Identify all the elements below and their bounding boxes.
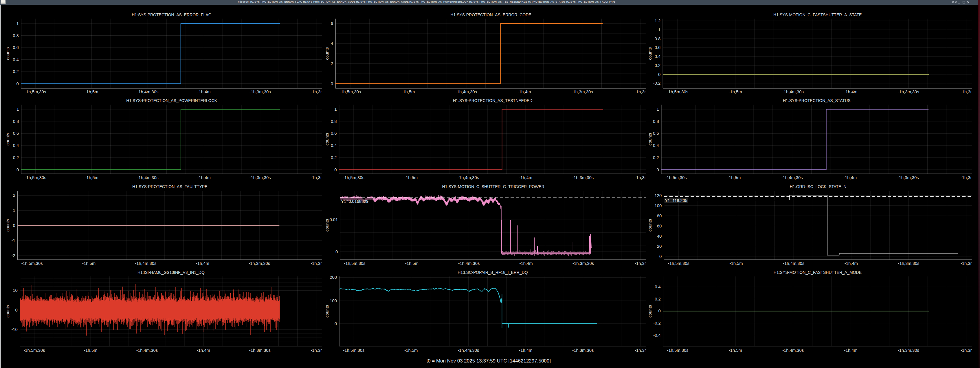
svg-text:-10: -10 xyxy=(11,327,18,332)
svg-text:0: 0 xyxy=(659,254,662,259)
svg-text:0.6: 0.6 xyxy=(13,131,19,136)
svg-text:-1h,3r: -1h,3r xyxy=(310,90,322,94)
svg-text:-1h,4m,30s: -1h,4m,30s xyxy=(782,90,804,94)
svg-text:H1:SYS-MOTION_C_FASTSHUTTER_A_: H1:SYS-MOTION_C_FASTSHUTTER_A_STATE xyxy=(773,13,862,17)
svg-text:H1:SYS-PROTECTION_AS_POWERINTE: H1:SYS-PROTECTION_AS_POWERINTERLOCK xyxy=(126,98,217,103)
svg-text:counts: counts xyxy=(325,47,329,60)
svg-text:H1:SYS-PROTECTION_AS_TESTNEEDE: H1:SYS-PROTECTION_AS_TESTNEEDED xyxy=(453,98,533,103)
svg-text:-1h,5m: -1h,5m xyxy=(729,348,742,353)
svg-text:H1:SYS-MOTION_C_SHUTTER_G_TRIG: H1:SYS-MOTION_C_SHUTTER_G_TRIGGER_POWER xyxy=(442,184,544,189)
svg-text:-1h,3m,30s: -1h,3m,30s xyxy=(249,348,270,353)
svg-text:80: 80 xyxy=(657,214,662,218)
svg-text:60: 60 xyxy=(657,224,662,228)
svg-text:0.4: 0.4 xyxy=(331,143,337,148)
svg-text:-1h,5m,30s: -1h,5m,30s xyxy=(343,348,364,353)
svg-text:-1h,5m: -1h,5m xyxy=(401,90,415,94)
svg-text:0.2: 0.2 xyxy=(653,155,659,160)
svg-text:6: 6 xyxy=(331,21,333,26)
svg-text:-1h,3r: -1h,3r xyxy=(635,348,646,353)
svg-text:-1h,5m: -1h,5m xyxy=(404,175,418,180)
svg-text:counts: counts xyxy=(325,219,329,232)
svg-text:0.2: 0.2 xyxy=(13,155,19,160)
svg-text:0.6: 0.6 xyxy=(13,45,19,50)
svg-text:-1h,4m,30s: -1h,4m,30s xyxy=(137,175,159,180)
svg-text:H1:SYS-MOTION_C_FASTSHUTTER_A_: H1:SYS-MOTION_C_FASTSHUTTER_A_MODE xyxy=(774,270,862,275)
svg-text:-1h,5m,30s: -1h,5m,30s xyxy=(665,175,687,180)
svg-text:4: 4 xyxy=(331,41,333,46)
svg-text:0: 0 xyxy=(331,82,333,86)
svg-text:H1:SYS-PROTECTION_AS_STATUS: H1:SYS-PROTECTION_AS_STATUS xyxy=(783,98,851,103)
svg-text:-1h,3m,30s: -1h,3m,30s xyxy=(898,261,919,266)
svg-text:counts: counts xyxy=(5,305,10,318)
svg-text:H1:ISI-HAM6_GS13INF_V3_IN1_DQ: H1:ISI-HAM6_GS13INF_V3_IN1_DQ xyxy=(137,270,205,275)
svg-text:-1h,4m: -1h,4m xyxy=(197,348,210,353)
svg-text:0: 0 xyxy=(658,72,660,77)
svg-text:100: 100 xyxy=(330,298,337,303)
svg-text:-1h,4m: -1h,4m xyxy=(196,261,209,266)
svg-text:-1h,4m,30s: -1h,4m,30s xyxy=(782,348,804,353)
svg-text:-1h,5m,30s: -1h,5m,30s xyxy=(24,348,45,353)
svg-text:-1h,4m,30s: -1h,4m,30s xyxy=(137,90,158,94)
svg-text:-0.2: -0.2 xyxy=(653,81,661,85)
svg-text:-1h,4m,30s: -1h,4m,30s xyxy=(783,261,804,266)
svg-text:0: 0 xyxy=(659,309,661,313)
svg-text:-1h,3m,30s: -1h,3m,30s xyxy=(572,90,593,94)
svg-text:-1h,3m,30s: -1h,3m,30s xyxy=(573,261,594,266)
svg-text:0.2: 0.2 xyxy=(13,69,19,74)
svg-text:-1h,5m,30s: -1h,5m,30s xyxy=(339,90,361,94)
svg-text:-1h,4m,30s: -1h,4m,30s xyxy=(781,175,803,180)
svg-text:-1: -1 xyxy=(11,238,15,243)
svg-text:1: 1 xyxy=(656,107,659,112)
svg-text:-1h,4m,30s: -1h,4m,30s xyxy=(458,348,479,353)
svg-text:1: 1 xyxy=(658,27,660,32)
svg-text:-1h,4m: -1h,4m xyxy=(520,261,533,266)
svg-text:counts: counts xyxy=(325,133,329,146)
svg-text:-1h,3m,30s: -1h,3m,30s xyxy=(898,90,919,94)
svg-text:-2: -2 xyxy=(11,253,15,258)
svg-text:1: 1 xyxy=(16,107,19,112)
svg-text:-1h,5m: -1h,5m xyxy=(85,175,99,180)
svg-text:0.8: 0.8 xyxy=(653,119,659,124)
svg-text:0: 0 xyxy=(334,168,337,172)
svg-text:-1h,5m: -1h,5m xyxy=(404,348,418,353)
svg-text:-1h,4m: -1h,4m xyxy=(844,348,857,353)
svg-text:-1h,4m,30s: -1h,4m,30s xyxy=(458,175,479,180)
svg-text:-1h,4m,30s: -1h,4m,30s xyxy=(455,90,477,94)
svg-text:40: 40 xyxy=(657,234,662,238)
svg-text:-1h,5m: -1h,5m xyxy=(405,261,418,266)
svg-text:-1h,3r: -1h,3r xyxy=(310,175,322,180)
svg-text:1: 1 xyxy=(334,107,337,112)
svg-text:200: 200 xyxy=(330,275,337,280)
svg-text:counts: counts xyxy=(648,133,652,146)
svg-text:0: 0 xyxy=(16,82,19,86)
svg-text:-1h,5m,30s: -1h,5m,30s xyxy=(21,261,43,266)
svg-text:-1h,3r: -1h,3r xyxy=(635,175,646,180)
svg-text:-1h,3r: -1h,3r xyxy=(310,348,322,353)
svg-text:counts: counts xyxy=(648,219,652,232)
svg-text:-1h,4m: -1h,4m xyxy=(197,90,210,94)
svg-text:-1h,5m: -1h,5m xyxy=(729,261,743,266)
svg-text:-1h,3r: -1h,3r xyxy=(635,261,646,266)
svg-text:0.8: 0.8 xyxy=(13,119,19,124)
svg-text:counts: counts xyxy=(5,47,10,60)
svg-text:-1h,3m,30s: -1h,3m,30s xyxy=(249,261,270,266)
svg-text:H1:SYS-PROTECTION_AS_ERROR_FLA: H1:SYS-PROTECTION_AS_ERROR_FLAG xyxy=(132,13,211,17)
svg-text:1: 1 xyxy=(13,208,15,213)
svg-text:10: 10 xyxy=(13,288,18,293)
svg-text:0: 0 xyxy=(13,223,15,228)
svg-text:-1h,3r: -1h,3r xyxy=(961,90,972,94)
svg-text:-1h,5m,30s: -1h,5m,30s xyxy=(25,90,46,94)
svg-text:-1h,4m,30s: -1h,4m,30s xyxy=(136,348,158,353)
svg-text:-1h,5m,30s: -1h,5m,30s xyxy=(25,175,46,180)
svg-text:0.4: 0.4 xyxy=(13,143,19,148)
svg-text:-0.2: -0.2 xyxy=(653,321,661,325)
svg-text:-1h,3r: -1h,3r xyxy=(635,90,646,94)
svg-text:0.6: 0.6 xyxy=(653,131,659,136)
svg-text:0: 0 xyxy=(15,308,18,312)
svg-text:0.4: 0.4 xyxy=(653,143,659,148)
svg-text:-1h,4m: -1h,4m xyxy=(517,90,531,94)
svg-text:-1h,3r: -1h,3r xyxy=(310,261,322,266)
svg-text:0.2: 0.2 xyxy=(655,297,661,301)
svg-text:t0 = Mon Nov 03 2025 13:37:59: t0 = Mon Nov 03 2025 13:37:59 UTC [14462… xyxy=(426,358,551,364)
svg-text:0: 0 xyxy=(336,250,338,254)
